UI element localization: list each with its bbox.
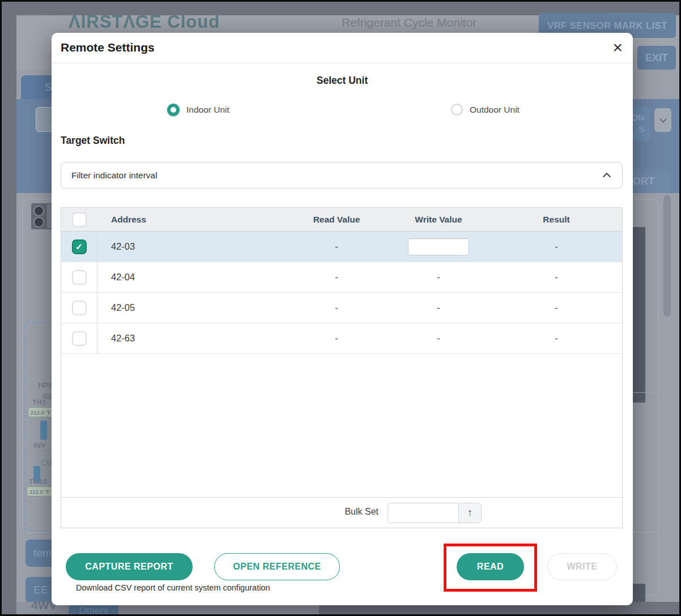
col-header-address: Address bbox=[97, 215, 286, 225]
read-button[interactable]: READ bbox=[457, 553, 524, 580]
cell-address: 42-63 bbox=[97, 333, 286, 344]
app-screen: ΛIRSTΛGE Cloud Refrigerant Cycle Monitor… bbox=[0, 0, 681, 616]
pipe-segment bbox=[40, 421, 47, 440]
cell-address: 42-03 bbox=[97, 241, 286, 252]
scrollbar-thumb[interactable] bbox=[663, 195, 671, 316]
col-header-result: Result bbox=[490, 215, 623, 225]
modal-title: Remote Settings bbox=[61, 41, 155, 54]
inv-label: INV bbox=[33, 441, 46, 450]
target-switch-dropdown[interactable]: Filter indicator interval bbox=[61, 162, 623, 189]
write-button[interactable]: WRITE bbox=[547, 553, 617, 580]
cell-read-value: - bbox=[286, 302, 388, 313]
exit-button[interactable]: EXIT bbox=[637, 46, 676, 70]
dropdown-value: Filter indicator interval bbox=[71, 170, 604, 181]
cell-read-value: - bbox=[286, 333, 388, 344]
th10-value-badge: 212.0 °F bbox=[27, 486, 53, 497]
bulk-set-row: Bulk Set ↑ bbox=[61, 497, 622, 528]
cell-result: - bbox=[490, 241, 623, 252]
cell-address: 42-04 bbox=[97, 272, 286, 283]
radio-indoor-label: Indoor Unit bbox=[186, 105, 229, 115]
cell-result: - bbox=[490, 272, 623, 283]
cell-write-value: - bbox=[388, 272, 490, 283]
select-all-checkbox[interactable] bbox=[72, 212, 87, 227]
table-header-row: Address Read Value Write Value Result bbox=[61, 208, 622, 232]
radio-outdoor-label: Outdoor Unit bbox=[470, 105, 520, 115]
modal-header: Remote Settings × bbox=[52, 33, 633, 63]
cell-read-value: - bbox=[286, 272, 388, 283]
radio-selected-icon bbox=[167, 104, 180, 116]
background-dropdown[interactable] bbox=[654, 108, 671, 132]
col-header-write: Write Value bbox=[388, 215, 490, 225]
chevron-down-icon bbox=[659, 116, 667, 123]
th1-value-badge: 212.0 °F bbox=[28, 407, 54, 417]
cell-read-value: - bbox=[286, 241, 388, 252]
capture-report-button[interactable]: CAPTURE REPORT bbox=[66, 553, 193, 580]
cell-result: - bbox=[490, 302, 623, 313]
bulk-set-label: Bulk Set bbox=[342, 507, 378, 517]
hps-label: HPS bbox=[38, 381, 53, 390]
bulk-set-field: ↑ bbox=[388, 503, 482, 523]
th1-label: TH1 bbox=[32, 398, 46, 407]
open-reference-button[interactable]: OPEN REFERENCE bbox=[214, 553, 340, 580]
col-header-read: Read Value bbox=[286, 215, 388, 225]
select-unit-heading: Select Unit bbox=[52, 75, 633, 87]
th10-label: TH10 bbox=[29, 477, 47, 486]
radio-unselected-icon bbox=[451, 104, 463, 116]
cell-write-value: - bbox=[388, 333, 490, 344]
bulk-apply-button[interactable]: ↑ bbox=[458, 503, 481, 523]
tab-others[interactable]: Others bbox=[69, 604, 118, 616]
radio-indoor-unit[interactable]: Indoor Unit bbox=[167, 104, 229, 116]
table-empty-area bbox=[61, 354, 622, 497]
remote-settings-modal: Remote Settings × Select Unit Indoor Uni… bbox=[52, 33, 633, 605]
outdoor-unit-icon-side bbox=[47, 204, 52, 228]
write-value-input[interactable] bbox=[408, 238, 469, 255]
arrow-up-icon: ↑ bbox=[467, 507, 473, 519]
row-checkbox[interactable] bbox=[72, 270, 87, 285]
airstage-cloud-logo: ΛIRSTΛGE Cloud bbox=[69, 12, 220, 32]
cell-write-value: - bbox=[388, 302, 490, 313]
page-title: Refrigerant Cycle Monitor bbox=[342, 16, 476, 29]
cell-result: - bbox=[490, 333, 623, 344]
table-row: 42-05 - - - bbox=[61, 293, 622, 323]
table-row: ✓ 42-03 - - bbox=[61, 232, 622, 262]
target-switch-heading: Target Switch bbox=[61, 135, 125, 147]
switch-table: Address Read Value Write Value Result ✓ … bbox=[61, 207, 623, 528]
cell-address: 42-05 bbox=[97, 302, 286, 313]
close-icon[interactable]: × bbox=[612, 37, 623, 58]
row-checkbox[interactable] bbox=[72, 331, 87, 346]
row-checkbox-checked[interactable]: ✓ bbox=[72, 239, 87, 254]
chevron-up-icon bbox=[603, 173, 611, 181]
radio-outdoor-unit[interactable]: Outdoor Unit bbox=[451, 104, 520, 116]
window-frame-left bbox=[2, 2, 16, 614]
table-row: 42-63 - - - bbox=[61, 323, 622, 354]
csv-caption: Download CSV report of current system co… bbox=[76, 583, 270, 592]
chart-bar bbox=[632, 227, 645, 403]
table-row: 42-04 - - - bbox=[61, 262, 622, 293]
bulk-set-input[interactable] bbox=[388, 503, 458, 523]
row-checkbox[interactable] bbox=[72, 301, 87, 315]
